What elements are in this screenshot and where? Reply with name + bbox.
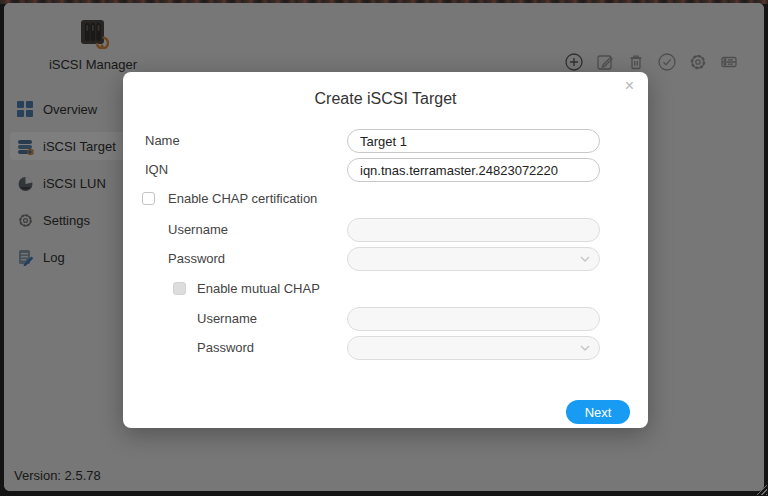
close-icon[interactable]: × [619,74,640,98]
chap-label: Enable CHAP certification [168,192,317,206]
mutual-username-label: Username [197,307,257,331]
mutual-chap-label: Enable mutual CHAP [197,282,320,296]
chap-username-label: Username [168,218,228,242]
chap-password-input [347,247,600,271]
chap-username-input [347,218,600,242]
chap-password-label: Password [168,247,225,271]
iqn-input[interactable] [347,158,600,182]
dialog-title: Create iSCSI Target [123,72,648,108]
chap-checkbox[interactable] [142,192,155,205]
mutual-chap-checkbox [173,282,186,295]
iqn-label: IQN [145,158,168,182]
name-label: Name [145,129,180,153]
name-input[interactable] [347,129,600,153]
mutual-password-input [347,336,600,360]
create-iscsi-target-dialog: × Create iSCSI Target Name IQN Enable CH… [123,72,648,428]
next-button[interactable]: Next [566,400,630,424]
mutual-password-label: Password [197,336,254,360]
mutual-username-input [347,307,600,331]
app-window: iSCSI Manager Overview [4,3,764,491]
